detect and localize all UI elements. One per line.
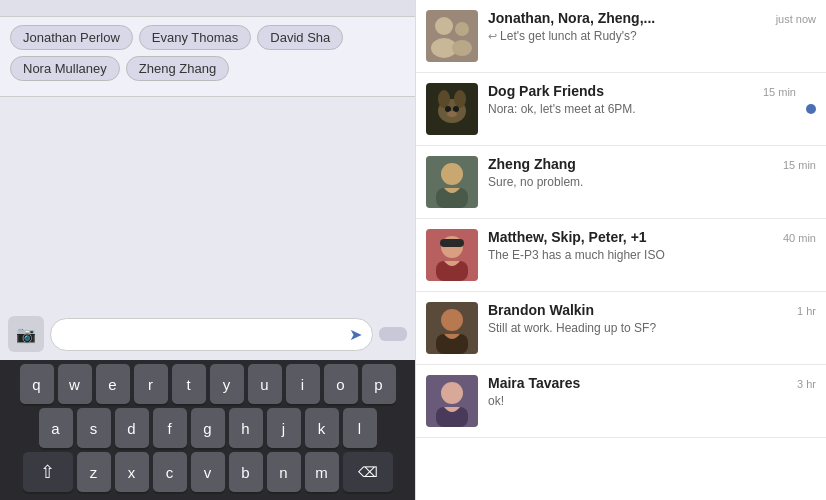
key-r[interactable]: r	[134, 364, 168, 404]
conversation-content: Zheng Zhang15 minSure, no problem.	[488, 156, 816, 189]
key-delete[interactable]: ⌫	[343, 452, 393, 492]
conversation-name: Matthew, Skip, Peter, +1	[488, 229, 647, 245]
key-j[interactable]: j	[267, 408, 301, 448]
svg-point-7	[445, 106, 451, 112]
conversation-content: Matthew, Skip, Peter, +140 minThe E-P3 h…	[488, 229, 816, 262]
message-input-wrapper[interactable]: ➤	[50, 318, 373, 351]
conversation-item[interactable]: Maira Tavares3 hrok!	[416, 365, 826, 438]
conversation-name: Jonathan, Nora, Zheng,...	[488, 10, 655, 26]
conversation-time: 15 min	[763, 86, 796, 98]
svg-point-15	[441, 309, 463, 331]
key-s[interactable]: s	[77, 408, 111, 448]
conversation-preview: Still at work. Heading up to SF?	[488, 321, 816, 335]
camera-button[interactable]: 📷	[8, 316, 44, 352]
conversation-content: Jonathan, Nora, Zheng,...just now↩ Let's…	[488, 10, 816, 43]
message-compose: 📷 ➤	[0, 97, 415, 360]
key-f[interactable]: f	[153, 408, 187, 448]
conversation-time: 3 hr	[797, 378, 816, 390]
conversation-preview: ok!	[488, 394, 816, 408]
conversation-item[interactable]: Jonathan, Nora, Zheng,...just now↩ Let's…	[416, 0, 826, 73]
avatar	[426, 10, 478, 62]
recipient-chip[interactable]: Evany Thomas	[139, 25, 251, 50]
keyboard-row-1: qwertyuiop	[2, 364, 413, 404]
conversation-content: Brandon Walkin1 hrStill at work. Heading…	[488, 302, 816, 335]
key-p[interactable]: p	[362, 364, 396, 404]
conversation-time: 1 hr	[797, 305, 816, 317]
key-shift[interactable]: ⇧	[23, 452, 73, 492]
reply-arrow-icon: ↩	[488, 30, 500, 42]
key-i[interactable]: i	[286, 364, 320, 404]
svg-point-17	[441, 382, 463, 404]
unread-dot	[806, 104, 816, 114]
key-h[interactable]: h	[229, 408, 263, 448]
key-m[interactable]: m	[305, 452, 339, 492]
svg-point-2	[455, 22, 469, 36]
conversation-content: Dog Park Friends15 minNora: ok, let's me…	[488, 83, 796, 116]
svg-point-9	[447, 111, 457, 117]
svg-point-3	[452, 40, 472, 56]
conversation-time: just now	[776, 13, 816, 25]
svg-point-8	[453, 106, 459, 112]
key-w[interactable]: w	[58, 364, 92, 404]
conversation-content: Maira Tavares3 hrok!	[488, 375, 816, 408]
conversation-time: 40 min	[783, 232, 816, 244]
avatar	[426, 229, 478, 281]
key-o[interactable]: o	[324, 364, 358, 404]
conversation-preview: ↩ Let's get lunch at Rudy's?	[488, 29, 816, 43]
key-z[interactable]: z	[77, 452, 111, 492]
conversation-preview: Nora: ok, let's meet at 6PM.	[488, 102, 796, 116]
conversation-header: Matthew, Skip, Peter, +140 min	[488, 229, 816, 245]
left-panel: Jonathan PerlowEvany ThomasDavid ShaNora…	[0, 0, 415, 500]
key-d[interactable]: d	[115, 408, 149, 448]
key-g[interactable]: g	[191, 408, 225, 448]
svg-rect-14	[440, 239, 464, 247]
to-bar	[0, 0, 415, 17]
avatar	[426, 156, 478, 208]
key-u[interactable]: u	[248, 364, 282, 404]
key-c[interactable]: c	[153, 452, 187, 492]
keyboard-row-3: ⇧zxcvbnm⌫	[2, 452, 413, 492]
send-arrow-icon: ➤	[349, 325, 362, 344]
conversation-header: Maira Tavares3 hr	[488, 375, 816, 391]
key-n[interactable]: n	[267, 452, 301, 492]
conversation-preview: The E-P3 has a much higher ISO	[488, 248, 816, 262]
key-y[interactable]: y	[210, 364, 244, 404]
conversation-name: Zheng Zhang	[488, 156, 576, 172]
recipients-area: Jonathan PerlowEvany ThomasDavid ShaNora…	[0, 17, 415, 97]
svg-point-5	[438, 90, 450, 108]
conversation-header: Zheng Zhang15 min	[488, 156, 816, 172]
recipient-chip[interactable]: Jonathan Perlow	[10, 25, 133, 50]
key-v[interactable]: v	[191, 452, 225, 492]
recipient-chip[interactable]: David Sha	[257, 25, 343, 50]
conversation-item[interactable]: Zheng Zhang15 minSure, no problem.	[416, 146, 826, 219]
avatar	[426, 375, 478, 427]
conversation-time: 15 min	[783, 159, 816, 171]
conversation-header: Brandon Walkin1 hr	[488, 302, 816, 318]
conversation-name: Dog Park Friends	[488, 83, 604, 99]
keyboard: qwertyuiop asdfghjkl ⇧zxcvbnm⌫	[0, 360, 415, 500]
key-t[interactable]: t	[172, 364, 206, 404]
key-l[interactable]: l	[343, 408, 377, 448]
conversation-preview: Sure, no problem.	[488, 175, 816, 189]
avatar	[426, 83, 478, 135]
avatar	[426, 302, 478, 354]
key-a[interactable]: a	[39, 408, 73, 448]
key-q[interactable]: q	[20, 364, 54, 404]
conversation-name: Brandon Walkin	[488, 302, 594, 318]
conversation-item[interactable]: Dog Park Friends15 minNora: ok, let's me…	[416, 73, 826, 146]
recipient-chip[interactable]: Zheng Zhang	[126, 56, 229, 81]
svg-point-10	[441, 163, 463, 185]
key-x[interactable]: x	[115, 452, 149, 492]
conversation-header: Dog Park Friends15 min	[488, 83, 796, 99]
svg-point-0	[435, 17, 453, 35]
camera-icon: 📷	[16, 325, 36, 344]
key-e[interactable]: e	[96, 364, 130, 404]
conversation-item[interactable]: Matthew, Skip, Peter, +140 minThe E-P3 h…	[416, 219, 826, 292]
key-b[interactable]: b	[229, 452, 263, 492]
conversation-item[interactable]: Brandon Walkin1 hrStill at work. Heading…	[416, 292, 826, 365]
send-button[interactable]	[379, 327, 407, 341]
recipient-chip[interactable]: Nora Mullaney	[10, 56, 120, 81]
svg-point-6	[454, 90, 466, 108]
right-panel: Jonathan, Nora, Zheng,...just now↩ Let's…	[415, 0, 826, 500]
key-k[interactable]: k	[305, 408, 339, 448]
